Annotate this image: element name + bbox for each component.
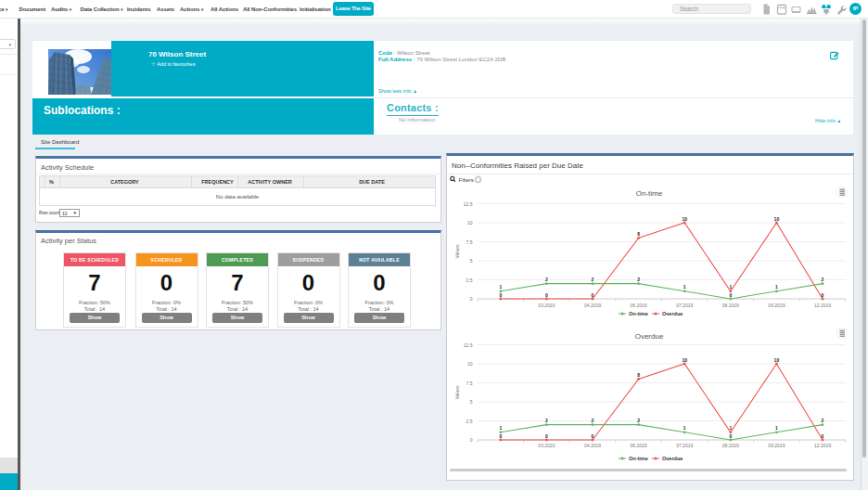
svg-text:1: 1	[683, 425, 686, 431]
svg-text:12.5: 12.5	[464, 342, 473, 347]
svg-text:09.2019: 09.2019	[768, 303, 785, 308]
svg-text:03.2020: 03.2020	[538, 442, 555, 447]
svg-text:On-time: On-time	[629, 456, 648, 461]
svg-text:On-time: On-time	[636, 189, 663, 198]
svg-text:10: 10	[774, 216, 780, 222]
svg-text:03.2020: 03.2020	[538, 303, 555, 308]
svg-text:0: 0	[545, 432, 548, 438]
svg-text:10: 10	[467, 361, 473, 367]
svg-text:0: 0	[545, 292, 548, 298]
svg-text:07.2019: 07.2019	[676, 303, 693, 308]
svg-text:10: 10	[467, 220, 473, 226]
svg-text:0: 0	[499, 292, 502, 298]
svg-text:08.2019: 08.2019	[722, 303, 739, 308]
svg-text:1: 1	[683, 284, 686, 290]
svg-text:7.5: 7.5	[466, 239, 473, 245]
svg-text:7.5: 7.5	[466, 380, 473, 385]
svg-text:0: 0	[499, 432, 502, 438]
svg-text:2: 2	[545, 418, 548, 423]
svg-text:8: 8	[637, 231, 640, 237]
svg-text:08.2019: 08.2019	[722, 442, 739, 447]
svg-text:Filters: Filters	[459, 177, 474, 183]
svg-text:0: 0	[729, 432, 732, 438]
svg-text:0: 0	[822, 292, 824, 298]
svg-text:1: 1	[499, 284, 502, 290]
svg-text:10: 10	[682, 356, 687, 362]
svg-text:1: 1	[729, 425, 732, 431]
svg-text:1: 1	[775, 425, 778, 431]
svg-text:2: 2	[822, 418, 824, 423]
svg-text:5: 5	[470, 258, 473, 264]
svg-text:Overdue: Overdue	[662, 456, 683, 461]
svg-text:2: 2	[822, 277, 824, 282]
svg-text:2: 2	[637, 418, 640, 423]
svg-text:2.5: 2.5	[466, 277, 473, 283]
svg-text:1: 1	[729, 284, 732, 290]
svg-text:2.5: 2.5	[466, 418, 473, 423]
svg-text:12.2019: 12.2019	[814, 442, 831, 447]
svg-text:On-time: On-time	[629, 311, 648, 316]
svg-text:1: 1	[775, 284, 778, 290]
svg-text:1: 1	[499, 425, 502, 431]
svg-text:Values: Values	[454, 244, 460, 258]
svg-text:09.2019: 09.2019	[768, 442, 785, 447]
svg-text:2: 2	[592, 277, 594, 282]
svg-text:0: 0	[822, 432, 824, 438]
svg-text:04.2019: 04.2019	[584, 303, 601, 308]
svg-text:0: 0	[592, 292, 594, 298]
svg-text:Values: Values	[454, 385, 460, 399]
svg-text:12.5: 12.5	[464, 201, 473, 207]
svg-text:12.2019: 12.2019	[814, 303, 831, 308]
svg-text:0: 0	[470, 437, 473, 443]
svg-text:06.2019: 06.2019	[631, 303, 647, 308]
svg-text:07.2019: 07.2019	[676, 442, 693, 447]
svg-text:Overdue: Overdue	[662, 311, 683, 316]
svg-text:2: 2	[592, 418, 594, 423]
svg-text:10: 10	[774, 356, 780, 362]
svg-text:04.2019: 04.2019	[584, 442, 601, 447]
svg-text:10: 10	[682, 216, 687, 222]
svg-text:Overdue: Overdue	[635, 331, 664, 340]
svg-text:0: 0	[729, 292, 732, 298]
svg-text:8: 8	[637, 371, 640, 377]
svg-text:5: 5	[470, 399, 473, 405]
svg-text:06.2019: 06.2019	[631, 442, 647, 447]
svg-text:0: 0	[470, 296, 473, 302]
svg-text:2: 2	[545, 277, 548, 282]
svg-text:2: 2	[637, 277, 640, 282]
svg-text:0: 0	[592, 432, 594, 438]
